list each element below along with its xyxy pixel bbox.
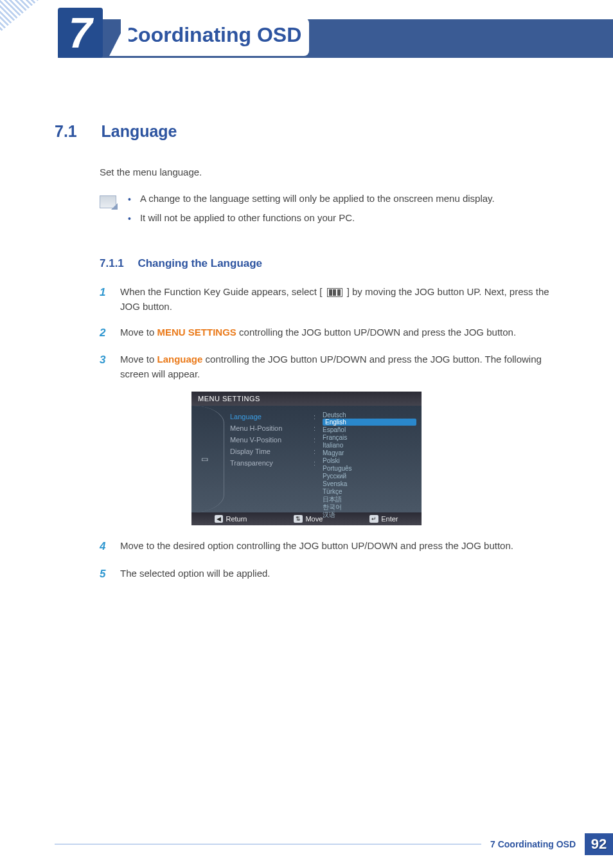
osd-menu-column: Language Menu H-Position Menu V-Position… bbox=[216, 411, 310, 507]
step-text: Move to the desired option controlling t… bbox=[120, 538, 513, 555]
step-text-fragment: Move to bbox=[120, 327, 157, 338]
osd-language-option: Magyar bbox=[323, 449, 416, 457]
osd-item-transparency: Transparency bbox=[230, 457, 310, 469]
step-list-continued: 4 Move to the desired option controlling… bbox=[100, 538, 558, 583]
step-number: 4 bbox=[100, 538, 111, 555]
step-text-fragment: controlling the JOG button UP/DOWN and p… bbox=[236, 327, 516, 338]
osd-language-option: Polski bbox=[323, 457, 416, 464]
section-number: 7.1 bbox=[55, 122, 98, 141]
osd-language-option: 한국어 bbox=[323, 503, 416, 511]
step-text: Move to MENU SETTINGS controlling the JO… bbox=[120, 325, 516, 341]
osd-language-option: Русский bbox=[323, 472, 416, 480]
footer-rule bbox=[55, 844, 481, 845]
step-list: 1 When the Function Key Guide appears, s… bbox=[100, 284, 558, 381]
osd-language-option: Svenska bbox=[323, 480, 416, 487]
osd-item-hposition: Menu H-Position bbox=[230, 422, 310, 434]
step-text-fragment: Move to bbox=[120, 354, 157, 365]
chapter-header: 7 Coordinating OSD bbox=[0, 0, 613, 77]
note-text: A change to the language setting will on… bbox=[140, 193, 495, 206]
menu-button-icon bbox=[327, 288, 342, 297]
osd-language-option: Italiano bbox=[323, 441, 416, 449]
osd-item-vposition: Menu V-Position bbox=[230, 434, 310, 446]
chapter-number: 7 bbox=[69, 8, 93, 57]
osd-item-display-time: Display Time bbox=[230, 446, 310, 457]
chapter-badge: 7 bbox=[58, 8, 103, 58]
osd-hint-label: Return bbox=[226, 515, 247, 523]
left-key-icon: ◀ bbox=[215, 515, 223, 523]
osd-language-option: Deutsch bbox=[323, 411, 416, 419]
step-text: Move to Language controlling the JOG but… bbox=[120, 352, 558, 382]
step-text-fragment: When the Function Key Guide appears, sel… bbox=[120, 286, 322, 297]
osd-screenshot: MENU SETTINGS ▭ Language Menu H-Position… bbox=[191, 392, 422, 525]
keyword-menu-settings: MENU SETTINGS bbox=[157, 327, 236, 338]
osd-language-option: 汉语 bbox=[323, 511, 416, 518]
step-text: When the Function Key Guide appears, sel… bbox=[120, 284, 558, 314]
osd-colon-column: ::::: bbox=[314, 411, 319, 507]
section-intro: Set the menu language. bbox=[100, 167, 558, 177]
step-number: 2 bbox=[100, 325, 111, 341]
osd-hint-label: Move bbox=[305, 515, 323, 523]
step-number: 5 bbox=[100, 566, 111, 583]
osd-language-list: DeutschEnglishEspañolFrançaisItalianoMag… bbox=[323, 411, 416, 507]
footer-page-number: 92 bbox=[585, 833, 613, 855]
subsection-number: 7.1.1 bbox=[100, 257, 135, 270]
osd-language-option: Español bbox=[323, 426, 416, 433]
step-number: 1 bbox=[100, 284, 111, 314]
osd-item-language: Language bbox=[230, 411, 310, 422]
bullet-icon: • bbox=[128, 193, 131, 206]
subsection-title: Changing the Language bbox=[138, 257, 262, 269]
osd-title: MENU SETTINGS bbox=[191, 392, 422, 406]
osd-language-option: Türkçe bbox=[323, 487, 416, 495]
bullet-icon: • bbox=[128, 212, 131, 225]
page-footer: 7 Coordinating OSD 92 bbox=[55, 835, 613, 854]
osd-language-option: Français bbox=[323, 433, 416, 441]
osd-language-option: English bbox=[323, 419, 416, 426]
osd-category-icon: ▭ bbox=[197, 411, 212, 507]
osd-language-option: 日本語 bbox=[323, 495, 416, 503]
keyword-language: Language bbox=[157, 354, 203, 365]
step-text: The selected option will be applied. bbox=[120, 566, 270, 583]
section-title: Language bbox=[101, 122, 177, 141]
updown-key-icon: ⇅ bbox=[294, 515, 303, 523]
osd-hint-return: ◀Return bbox=[215, 515, 247, 523]
footer-label: 7 Coordinating OSD bbox=[481, 839, 585, 849]
note-block: • A change to the language setting will … bbox=[100, 193, 558, 231]
osd-hint-move: ⇅Move bbox=[294, 515, 323, 523]
note-text: It will not be applied to other function… bbox=[140, 212, 355, 225]
step-number: 3 bbox=[100, 352, 111, 382]
osd-language-option: Português bbox=[323, 464, 416, 472]
corner-hatch-decoration bbox=[0, 0, 39, 32]
chapter-title: Coordinating OSD bbox=[121, 18, 309, 56]
note-icon bbox=[100, 195, 116, 208]
